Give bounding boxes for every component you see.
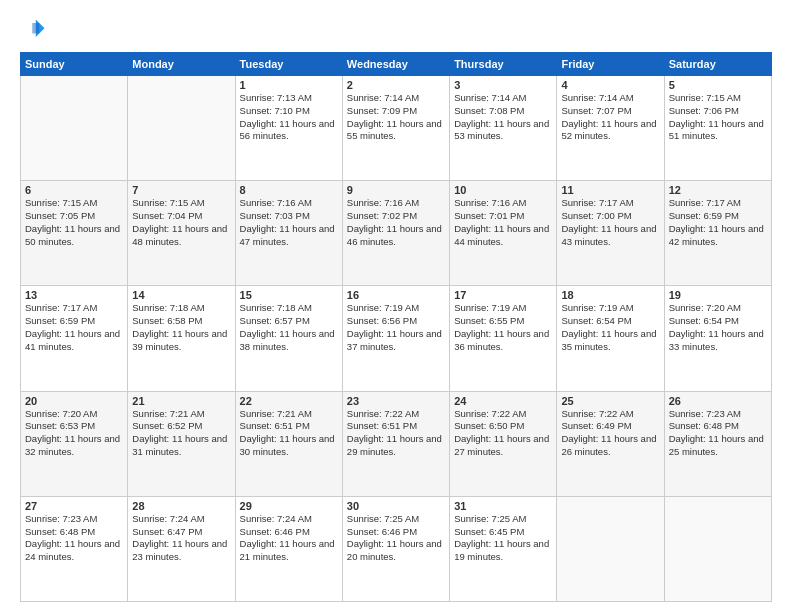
day-info: Sunrise: 7:17 AM Sunset: 6:59 PM Dayligh… — [25, 302, 123, 353]
calendar-cell: 29Sunrise: 7:24 AM Sunset: 6:46 PM Dayli… — [235, 496, 342, 601]
day-number: 19 — [669, 289, 767, 301]
day-info: Sunrise: 7:24 AM Sunset: 6:47 PM Dayligh… — [132, 513, 230, 564]
calendar-cell: 28Sunrise: 7:24 AM Sunset: 6:47 PM Dayli… — [128, 496, 235, 601]
day-of-week-header: Thursday — [450, 53, 557, 76]
day-info: Sunrise: 7:25 AM Sunset: 6:45 PM Dayligh… — [454, 513, 552, 564]
calendar-cell: 25Sunrise: 7:22 AM Sunset: 6:49 PM Dayli… — [557, 391, 664, 496]
day-number: 21 — [132, 395, 230, 407]
day-of-week-header: Friday — [557, 53, 664, 76]
day-number: 16 — [347, 289, 445, 301]
day-info: Sunrise: 7:16 AM Sunset: 7:02 PM Dayligh… — [347, 197, 445, 248]
day-info: Sunrise: 7:23 AM Sunset: 6:48 PM Dayligh… — [25, 513, 123, 564]
day-number: 3 — [454, 79, 552, 91]
day-info: Sunrise: 7:25 AM Sunset: 6:46 PM Dayligh… — [347, 513, 445, 564]
logo-icon — [20, 16, 48, 44]
calendar-week-row: 1Sunrise: 7:13 AM Sunset: 7:10 PM Daylig… — [21, 76, 772, 181]
day-info: Sunrise: 7:14 AM Sunset: 7:07 PM Dayligh… — [561, 92, 659, 143]
day-of-week-header: Monday — [128, 53, 235, 76]
day-info: Sunrise: 7:15 AM Sunset: 7:06 PM Dayligh… — [669, 92, 767, 143]
calendar-week-row: 6Sunrise: 7:15 AM Sunset: 7:05 PM Daylig… — [21, 181, 772, 286]
day-number: 18 — [561, 289, 659, 301]
day-number: 17 — [454, 289, 552, 301]
calendar-cell: 27Sunrise: 7:23 AM Sunset: 6:48 PM Dayli… — [21, 496, 128, 601]
day-number: 7 — [132, 184, 230, 196]
day-info: Sunrise: 7:18 AM Sunset: 6:57 PM Dayligh… — [240, 302, 338, 353]
day-info: Sunrise: 7:24 AM Sunset: 6:46 PM Dayligh… — [240, 513, 338, 564]
day-info: Sunrise: 7:19 AM Sunset: 6:54 PM Dayligh… — [561, 302, 659, 353]
day-number: 12 — [669, 184, 767, 196]
calendar-week-row: 27Sunrise: 7:23 AM Sunset: 6:48 PM Dayli… — [21, 496, 772, 601]
day-info: Sunrise: 7:13 AM Sunset: 7:10 PM Dayligh… — [240, 92, 338, 143]
day-info: Sunrise: 7:14 AM Sunset: 7:09 PM Dayligh… — [347, 92, 445, 143]
calendar-cell: 20Sunrise: 7:20 AM Sunset: 6:53 PM Dayli… — [21, 391, 128, 496]
day-number: 30 — [347, 500, 445, 512]
calendar-table: SundayMondayTuesdayWednesdayThursdayFrid… — [20, 52, 772, 602]
day-number: 1 — [240, 79, 338, 91]
day-number: 26 — [669, 395, 767, 407]
calendar-cell: 26Sunrise: 7:23 AM Sunset: 6:48 PM Dayli… — [664, 391, 771, 496]
day-number: 28 — [132, 500, 230, 512]
calendar-cell: 12Sunrise: 7:17 AM Sunset: 6:59 PM Dayli… — [664, 181, 771, 286]
calendar-cell — [664, 496, 771, 601]
calendar-cell — [128, 76, 235, 181]
day-info: Sunrise: 7:23 AM Sunset: 6:48 PM Dayligh… — [669, 408, 767, 459]
day-info: Sunrise: 7:15 AM Sunset: 7:05 PM Dayligh… — [25, 197, 123, 248]
day-number: 27 — [25, 500, 123, 512]
day-number: 8 — [240, 184, 338, 196]
day-info: Sunrise: 7:21 AM Sunset: 6:52 PM Dayligh… — [132, 408, 230, 459]
day-number: 2 — [347, 79, 445, 91]
calendar-cell — [21, 76, 128, 181]
day-info: Sunrise: 7:21 AM Sunset: 6:51 PM Dayligh… — [240, 408, 338, 459]
calendar-cell: 13Sunrise: 7:17 AM Sunset: 6:59 PM Dayli… — [21, 286, 128, 391]
day-info: Sunrise: 7:17 AM Sunset: 6:59 PM Dayligh… — [669, 197, 767, 248]
day-number: 13 — [25, 289, 123, 301]
calendar-cell: 30Sunrise: 7:25 AM Sunset: 6:46 PM Dayli… — [342, 496, 449, 601]
day-info: Sunrise: 7:16 AM Sunset: 7:03 PM Dayligh… — [240, 197, 338, 248]
header — [20, 16, 772, 44]
calendar-cell: 2Sunrise: 7:14 AM Sunset: 7:09 PM Daylig… — [342, 76, 449, 181]
day-of-week-header: Tuesday — [235, 53, 342, 76]
day-number: 4 — [561, 79, 659, 91]
day-info: Sunrise: 7:19 AM Sunset: 6:55 PM Dayligh… — [454, 302, 552, 353]
day-number: 14 — [132, 289, 230, 301]
calendar-cell: 9Sunrise: 7:16 AM Sunset: 7:02 PM Daylig… — [342, 181, 449, 286]
calendar-cell: 18Sunrise: 7:19 AM Sunset: 6:54 PM Dayli… — [557, 286, 664, 391]
day-info: Sunrise: 7:17 AM Sunset: 7:00 PM Dayligh… — [561, 197, 659, 248]
day-number: 29 — [240, 500, 338, 512]
day-info: Sunrise: 7:22 AM Sunset: 6:50 PM Dayligh… — [454, 408, 552, 459]
calendar-cell: 11Sunrise: 7:17 AM Sunset: 7:00 PM Dayli… — [557, 181, 664, 286]
day-number: 5 — [669, 79, 767, 91]
calendar-cell: 23Sunrise: 7:22 AM Sunset: 6:51 PM Dayli… — [342, 391, 449, 496]
day-info: Sunrise: 7:15 AM Sunset: 7:04 PM Dayligh… — [132, 197, 230, 248]
day-of-week-header: Saturday — [664, 53, 771, 76]
calendar-cell: 24Sunrise: 7:22 AM Sunset: 6:50 PM Dayli… — [450, 391, 557, 496]
calendar-cell: 21Sunrise: 7:21 AM Sunset: 6:52 PM Dayli… — [128, 391, 235, 496]
day-info: Sunrise: 7:16 AM Sunset: 7:01 PM Dayligh… — [454, 197, 552, 248]
day-of-week-header: Sunday — [21, 53, 128, 76]
calendar-cell: 6Sunrise: 7:15 AM Sunset: 7:05 PM Daylig… — [21, 181, 128, 286]
day-number: 24 — [454, 395, 552, 407]
calendar-week-row: 13Sunrise: 7:17 AM Sunset: 6:59 PM Dayli… — [21, 286, 772, 391]
day-number: 25 — [561, 395, 659, 407]
calendar-cell: 19Sunrise: 7:20 AM Sunset: 6:54 PM Dayli… — [664, 286, 771, 391]
day-number: 15 — [240, 289, 338, 301]
day-number: 22 — [240, 395, 338, 407]
calendar-cell: 17Sunrise: 7:19 AM Sunset: 6:55 PM Dayli… — [450, 286, 557, 391]
day-info: Sunrise: 7:19 AM Sunset: 6:56 PM Dayligh… — [347, 302, 445, 353]
page: SundayMondayTuesdayWednesdayThursdayFrid… — [0, 0, 792, 612]
calendar-cell: 7Sunrise: 7:15 AM Sunset: 7:04 PM Daylig… — [128, 181, 235, 286]
svg-marker-1 — [32, 23, 39, 34]
calendar-cell: 10Sunrise: 7:16 AM Sunset: 7:01 PM Dayli… — [450, 181, 557, 286]
calendar-cell: 3Sunrise: 7:14 AM Sunset: 7:08 PM Daylig… — [450, 76, 557, 181]
calendar-cell: 4Sunrise: 7:14 AM Sunset: 7:07 PM Daylig… — [557, 76, 664, 181]
logo — [20, 16, 52, 44]
day-number: 6 — [25, 184, 123, 196]
calendar-cell: 8Sunrise: 7:16 AM Sunset: 7:03 PM Daylig… — [235, 181, 342, 286]
day-number: 11 — [561, 184, 659, 196]
calendar-header-row: SundayMondayTuesdayWednesdayThursdayFrid… — [21, 53, 772, 76]
day-of-week-header: Wednesday — [342, 53, 449, 76]
calendar-cell: 31Sunrise: 7:25 AM Sunset: 6:45 PM Dayli… — [450, 496, 557, 601]
calendar-cell: 15Sunrise: 7:18 AM Sunset: 6:57 PM Dayli… — [235, 286, 342, 391]
day-info: Sunrise: 7:20 AM Sunset: 6:54 PM Dayligh… — [669, 302, 767, 353]
calendar-week-row: 20Sunrise: 7:20 AM Sunset: 6:53 PM Dayli… — [21, 391, 772, 496]
